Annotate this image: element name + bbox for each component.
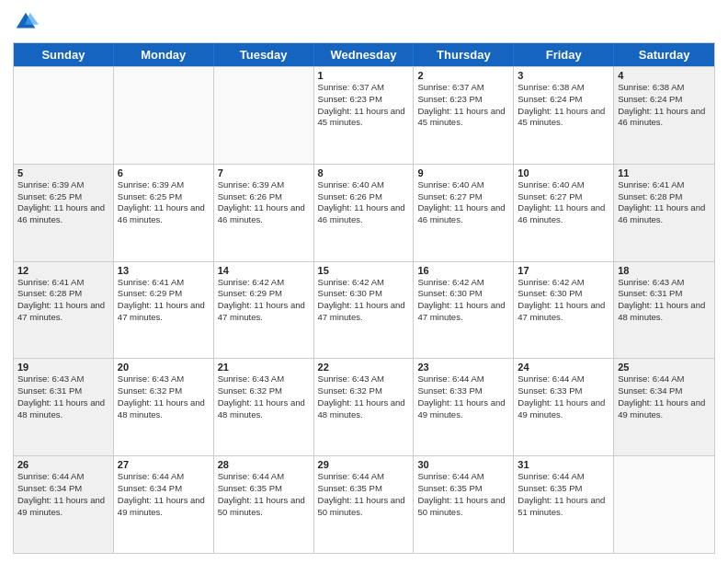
sunrise-text: Sunrise: 6:44 AM	[518, 373, 609, 385]
daylight-text: Daylight: 11 hours and 47 minutes.	[518, 300, 609, 324]
cal-header-sunday: Sunday	[14, 43, 114, 66]
cal-cell: 5Sunrise: 6:39 AMSunset: 6:25 PMDaylight…	[14, 165, 114, 261]
day-number: 26	[17, 459, 109, 470]
day-number: 4	[618, 70, 711, 81]
cal-cell: 11Sunrise: 6:41 AMSunset: 6:28 PMDayligh…	[614, 165, 714, 261]
daylight-text: Daylight: 11 hours and 47 minutes.	[218, 300, 310, 324]
cal-row-4: 26Sunrise: 6:44 AMSunset: 6:34 PMDayligh…	[14, 455, 714, 553]
cal-row-0: 1Sunrise: 6:37 AMSunset: 6:23 PMDaylight…	[14, 66, 714, 164]
cal-cell: 30Sunrise: 6:44 AMSunset: 6:35 PMDayligh…	[414, 456, 514, 553]
sunset-text: Sunset: 6:29 PM	[218, 288, 310, 300]
sunset-text: Sunset: 6:26 PM	[218, 191, 310, 203]
sunset-text: Sunset: 6:35 PM	[318, 483, 410, 495]
cal-cell: 12Sunrise: 6:41 AMSunset: 6:28 PMDayligh…	[14, 262, 114, 359]
daylight-text: Daylight: 11 hours and 51 minutes.	[518, 495, 609, 519]
sunset-text: Sunset: 6:34 PM	[618, 385, 711, 397]
cal-header-monday: Monday	[114, 43, 214, 66]
daylight-text: Daylight: 11 hours and 46 minutes.	[518, 202, 609, 226]
cal-cell: 9Sunrise: 6:40 AMSunset: 6:27 PMDaylight…	[414, 165, 514, 261]
sunrise-text: Sunrise: 6:38 AM	[518, 82, 609, 94]
sunset-text: Sunset: 6:35 PM	[518, 483, 609, 495]
cal-cell	[614, 456, 714, 553]
sunset-text: Sunset: 6:27 PM	[518, 191, 609, 203]
cal-cell: 21Sunrise: 6:43 AMSunset: 6:32 PMDayligh…	[214, 359, 314, 455]
sunrise-text: Sunrise: 6:44 AM	[17, 471, 109, 483]
daylight-text: Daylight: 11 hours and 48 minutes.	[17, 397, 109, 421]
sunset-text: Sunset: 6:32 PM	[318, 385, 410, 397]
cal-header-saturday: Saturday	[614, 43, 714, 66]
cal-cell	[114, 67, 214, 164]
daylight-text: Daylight: 11 hours and 49 minutes.	[618, 397, 711, 421]
sunset-text: Sunset: 6:25 PM	[17, 191, 109, 203]
cal-cell: 1Sunrise: 6:37 AMSunset: 6:23 PMDaylight…	[314, 67, 415, 164]
sunrise-text: Sunrise: 6:42 AM	[417, 277, 509, 289]
sunrise-text: Sunrise: 6:44 AM	[417, 373, 509, 385]
cal-cell: 22Sunrise: 6:43 AMSunset: 6:32 PMDayligh…	[314, 359, 415, 455]
cal-cell: 3Sunrise: 6:38 AMSunset: 6:24 PMDaylight…	[514, 67, 614, 164]
cal-header-wednesday: Wednesday	[314, 43, 415, 66]
header	[13, 9, 715, 35]
cal-cell: 4Sunrise: 6:38 AMSunset: 6:24 PMDaylight…	[614, 67, 714, 164]
cal-cell: 23Sunrise: 6:44 AMSunset: 6:33 PMDayligh…	[414, 359, 514, 455]
sunrise-text: Sunrise: 6:39 AM	[218, 179, 310, 191]
sunrise-text: Sunrise: 6:43 AM	[218, 373, 310, 385]
day-number: 19	[17, 362, 109, 373]
daylight-text: Daylight: 11 hours and 46 minutes.	[318, 202, 410, 226]
calendar-header-row: SundayMondayTuesdayWednesdayThursdayFrid…	[14, 43, 714, 66]
sunrise-text: Sunrise: 6:41 AM	[118, 277, 210, 289]
cal-cell: 15Sunrise: 6:42 AMSunset: 6:30 PMDayligh…	[314, 262, 415, 359]
daylight-text: Daylight: 11 hours and 48 minutes.	[118, 397, 210, 421]
day-number: 18	[618, 265, 711, 276]
cal-header-thursday: Thursday	[414, 43, 514, 66]
day-number: 14	[218, 265, 310, 276]
daylight-text: Daylight: 11 hours and 46 minutes.	[618, 106, 711, 130]
daylight-text: Daylight: 11 hours and 49 minutes.	[17, 495, 109, 519]
sunrise-text: Sunrise: 6:40 AM	[318, 179, 410, 191]
sunrise-text: Sunrise: 6:42 AM	[218, 277, 310, 289]
daylight-text: Daylight: 11 hours and 47 minutes.	[118, 300, 210, 324]
day-number: 9	[417, 167, 509, 178]
day-number: 6	[118, 167, 210, 178]
cal-cell: 26Sunrise: 6:44 AMSunset: 6:34 PMDayligh…	[14, 456, 114, 553]
sunset-text: Sunset: 6:28 PM	[17, 288, 109, 300]
day-number: 16	[417, 265, 509, 276]
sunrise-text: Sunrise: 6:37 AM	[318, 82, 410, 94]
day-number: 10	[518, 167, 609, 178]
calendar-body: 1Sunrise: 6:37 AMSunset: 6:23 PMDaylight…	[14, 66, 714, 553]
day-number: 8	[318, 167, 410, 178]
sunrise-text: Sunrise: 6:44 AM	[518, 471, 609, 483]
sunrise-text: Sunrise: 6:44 AM	[218, 471, 310, 483]
daylight-text: Daylight: 11 hours and 48 minutes.	[318, 397, 410, 421]
sunset-text: Sunset: 6:35 PM	[417, 483, 509, 495]
cal-header-tuesday: Tuesday	[214, 43, 314, 66]
day-number: 23	[417, 362, 509, 373]
daylight-text: Daylight: 11 hours and 46 minutes.	[618, 202, 711, 226]
sunrise-text: Sunrise: 6:41 AM	[17, 277, 109, 289]
cal-header-friday: Friday	[514, 43, 614, 66]
cal-cell: 7Sunrise: 6:39 AMSunset: 6:26 PMDaylight…	[214, 165, 314, 261]
sunset-text: Sunset: 6:23 PM	[417, 94, 509, 106]
logo	[13, 9, 42, 35]
daylight-text: Daylight: 11 hours and 49 minutes.	[518, 397, 609, 421]
cal-cell: 19Sunrise: 6:43 AMSunset: 6:31 PMDayligh…	[14, 359, 114, 455]
sunrise-text: Sunrise: 6:39 AM	[17, 179, 109, 191]
sunrise-text: Sunrise: 6:43 AM	[318, 373, 410, 385]
sunset-text: Sunset: 6:29 PM	[118, 288, 210, 300]
sunrise-text: Sunrise: 6:44 AM	[417, 471, 509, 483]
sunrise-text: Sunrise: 6:41 AM	[618, 179, 711, 191]
sunset-text: Sunset: 6:32 PM	[118, 385, 210, 397]
day-number: 3	[518, 70, 609, 81]
sunset-text: Sunset: 6:30 PM	[417, 288, 509, 300]
cal-cell: 20Sunrise: 6:43 AMSunset: 6:32 PMDayligh…	[114, 359, 214, 455]
day-number: 13	[118, 265, 210, 276]
cal-row-3: 19Sunrise: 6:43 AMSunset: 6:31 PMDayligh…	[14, 358, 714, 455]
daylight-text: Daylight: 11 hours and 46 minutes.	[218, 202, 310, 226]
cal-cell: 24Sunrise: 6:44 AMSunset: 6:33 PMDayligh…	[514, 359, 614, 455]
sunrise-text: Sunrise: 6:42 AM	[318, 277, 410, 289]
sunset-text: Sunset: 6:32 PM	[218, 385, 310, 397]
daylight-text: Daylight: 11 hours and 46 minutes.	[118, 202, 210, 226]
cal-row-2: 12Sunrise: 6:41 AMSunset: 6:28 PMDayligh…	[14, 261, 714, 359]
cal-row-1: 5Sunrise: 6:39 AMSunset: 6:25 PMDaylight…	[14, 164, 714, 261]
day-number: 15	[318, 265, 410, 276]
day-number: 5	[17, 167, 109, 178]
